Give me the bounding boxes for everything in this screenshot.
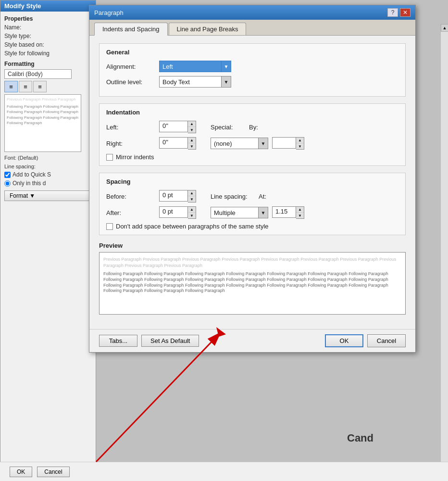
before-down[interactable]: ▼: [188, 196, 196, 202]
preview-section: Preview Previous Paragraph Previous Para…: [99, 242, 406, 315]
align-center-btn[interactable]: ≡: [19, 81, 32, 92]
paragraph-dialog: Paragraph ? ✕ Indents and Spacing Line a…: [89, 5, 416, 353]
bottom-ok-button[interactable]: OK: [10, 467, 32, 477]
outline-row: Outline level: Body Text ▼: [106, 76, 398, 88]
after-value[interactable]: 0 pt: [159, 206, 188, 218]
indentation-section: Indentation Left: 0" ▲ ▼ Special: By: Ri…: [99, 103, 406, 166]
indent-right-value[interactable]: 0": [159, 137, 188, 149]
align-right-btn[interactable]: ≡: [33, 81, 47, 92]
before-spinbox[interactable]: 0 pt ▲ ▼: [159, 190, 196, 203]
indent-left-arrows[interactable]: ▲ ▼: [188, 121, 196, 133]
by-label: By:: [249, 124, 283, 131]
alignment-row: Alignment: Left ▼: [106, 61, 398, 72]
font-row: Calibri (Body): [4, 69, 92, 79]
indentation-label: Indentation: [106, 109, 398, 116]
style-based-label: Style based on:: [4, 41, 44, 48]
by-spinbox[interactable]: ▲ ▼: [272, 137, 304, 150]
by-arrows[interactable]: ▲ ▼: [296, 137, 304, 150]
after-down[interactable]: ▼: [188, 213, 196, 218]
tab-line-page-breaks[interactable]: Line and Page Breaks: [169, 23, 247, 35]
tab-indents-spacing[interactable]: Indents and Spacing: [94, 23, 168, 36]
before-value[interactable]: 0 pt: [159, 190, 188, 202]
style-type-row: Style type:: [4, 33, 92, 39]
before-up[interactable]: ▲: [188, 190, 196, 196]
mirror-indents-checkbox[interactable]: [106, 154, 113, 161]
at-down[interactable]: ▼: [296, 213, 304, 218]
line-spacing-select[interactable]: Multiple ▼: [211, 207, 268, 218]
tabs-button[interactable]: Tabs...: [99, 335, 137, 347]
modify-style-panel: Modify Style Properties Name: Style type…: [0, 0, 96, 481]
indent-left-up[interactable]: ▲: [188, 121, 196, 127]
indent-right-row: Right: 0" ▲ ▼ (none) ▼: [106, 137, 398, 150]
indent-right-arrows[interactable]: ▲ ▼: [188, 137, 196, 150]
indent-left-value[interactable]: 0": [159, 121, 188, 132]
dialog-titlebar: Paragraph ? ✕: [89, 5, 415, 20]
after-label: After:: [106, 209, 159, 216]
outline-select[interactable]: Body Text ▼: [159, 76, 231, 88]
ok-button[interactable]: OK: [325, 334, 363, 347]
special-value[interactable]: (none): [211, 138, 259, 149]
preview-following-text: Following Paragraph Following Paragraph …: [7, 104, 79, 126]
dont-add-space-checkbox[interactable]: [106, 223, 113, 230]
spacing-after-row: After: 0 pt ▲ ▼ Multiple ▼ 1.15: [106, 206, 398, 219]
scroll-up-arrow[interactable]: ▲: [441, 24, 448, 32]
quick-style-checkbox[interactable]: [4, 172, 11, 178]
at-up[interactable]: ▲: [296, 207, 304, 213]
dialog-tabs: Indents and Spacing Line and Page Breaks: [89, 20, 415, 36]
alignment-value[interactable]: Left: [159, 61, 222, 72]
help-button[interactable]: ?: [387, 8, 398, 17]
line-spacing-label: Line spacing:: [211, 193, 254, 200]
modify-style-titlebar: Modify Style: [0, 0, 96, 12]
indent-right-down[interactable]: ▼: [188, 143, 196, 149]
indent-left-down[interactable]: ▼: [188, 127, 196, 133]
bottom-bar: OK Cancel: [0, 462, 448, 481]
style-type-label: Style type:: [4, 33, 31, 39]
spacing-label: Spacing: [106, 178, 398, 185]
only-this-doc-row: Only in this d: [4, 180, 92, 187]
line-spacing-value[interactable]: Multiple: [211, 207, 259, 218]
style-preview-small: Previous Paragraph Previous Paragraph Fo…: [4, 94, 81, 152]
indent-left-spinbox[interactable]: 0" ▲ ▼: [159, 121, 196, 133]
font-selector[interactable]: Calibri (Body): [4, 69, 72, 79]
by-value[interactable]: [272, 137, 296, 149]
right-scrollbar[interactable]: ▲ ▼: [440, 24, 448, 481]
name-label: Name:: [4, 24, 21, 31]
modify-style-title: Modify Style: [4, 2, 41, 10]
special-select[interactable]: (none) ▼: [211, 138, 268, 149]
indent-right-up[interactable]: ▲: [188, 138, 196, 143]
alignment-label: Alignment:: [106, 63, 159, 70]
line-spacing-arrow[interactable]: ▼: [259, 207, 268, 218]
footer-left-buttons: Tabs... Set As Default: [99, 335, 199, 347]
set-as-default-button[interactable]: Set As Default: [141, 335, 199, 347]
formatting-section: Formatting: [4, 61, 92, 67]
at-spinbox[interactable]: 1.15 ▲ ▼: [272, 206, 304, 219]
before-arrows[interactable]: ▲ ▼: [188, 190, 196, 203]
footer-text1: Font: (Default): [4, 155, 92, 161]
by-up[interactable]: ▲: [296, 138, 304, 143]
alignment-arrow[interactable]: ▼: [222, 61, 231, 72]
spacing-section: Spacing Before: 0 pt ▲ ▼ Line spacing: A…: [99, 173, 406, 235]
cancel-button[interactable]: Cancel: [367, 334, 406, 347]
after-spinbox[interactable]: 0 pt ▲ ▼: [159, 206, 196, 219]
align-left-btn[interactable]: ≡: [4, 81, 18, 92]
after-up[interactable]: ▲: [188, 207, 196, 213]
special-arrow[interactable]: ▼: [259, 138, 268, 149]
format-dropdown-btn[interactable]: Format ▼: [4, 190, 92, 201]
mirror-indents-row: Mirror indents: [106, 153, 398, 161]
dont-add-space-label: Don't add space between paragraphs of th…: [116, 223, 269, 230]
after-arrows[interactable]: ▲ ▼: [188, 206, 196, 219]
at-arrows[interactable]: ▲ ▼: [296, 206, 304, 219]
by-down[interactable]: ▼: [296, 143, 304, 149]
indent-right-spinbox[interactable]: 0" ▲ ▼: [159, 137, 196, 150]
before-label: Before:: [106, 193, 159, 200]
close-button[interactable]: ✕: [400, 8, 411, 17]
outline-value[interactable]: Body Text: [159, 76, 222, 88]
bottom-cancel-button[interactable]: Cancel: [37, 467, 69, 477]
only-this-doc-radio[interactable]: [4, 180, 11, 187]
preview-label: Preview: [99, 242, 406, 249]
outline-arrow[interactable]: ▼: [222, 76, 231, 88]
alignment-select[interactable]: Left ▼: [159, 61, 231, 72]
at-value[interactable]: 1.15: [272, 206, 296, 218]
align-buttons: ≡ ≡ ≡: [4, 81, 92, 92]
indent-right-label: Right:: [106, 140, 159, 147]
